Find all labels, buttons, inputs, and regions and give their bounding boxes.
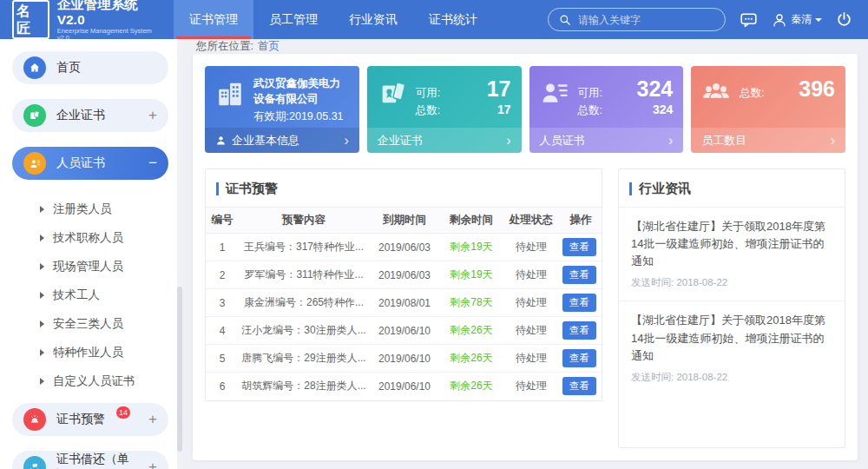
main-nav: 证书管理 员工管理 行业资讯 证书统计 <box>174 0 493 39</box>
messages-button[interactable] <box>740 11 758 29</box>
tab-industry-news[interactable]: 行业资讯 <box>333 0 413 39</box>
header-right: 秦清 <box>548 0 868 39</box>
arrow-right-icon <box>40 234 44 241</box>
view-button[interactable]: 查看 <box>562 266 596 284</box>
view-button[interactable]: 查看 <box>562 377 596 395</box>
sidebar-subitem-safety-three-personnel[interactable]: 安全三类人员 <box>0 309 182 338</box>
cell-due: 2019/06/10 <box>369 345 440 373</box>
industry-news-title: 行业资讯 <box>619 169 845 208</box>
sidebar-subitem-site-management-personnel[interactable]: 现场管理人员 <box>0 252 182 281</box>
cert-alerts-title: 证书预警 <box>206 169 602 207</box>
sidebar-subitem-skilled-workers[interactable]: 技术工人 <box>0 281 182 309</box>
col-status: 处理状态 <box>503 208 560 234</box>
table-row: 4 汪小龙编号：30注册类人... 2019/06/10 剩余26天 待处理 查… <box>206 317 602 345</box>
col-remaining: 剩余时间 <box>440 208 503 234</box>
sidebar-item-label: 首页 <box>56 60 81 76</box>
cell-remaining: 剩余19天 <box>440 234 503 261</box>
user-icon <box>772 12 787 28</box>
cell-id: 6 <box>206 373 239 400</box>
tab-certificate-management[interactable]: 证书管理 <box>174 0 253 39</box>
breadcrumb-home-link[interactable]: 首页 <box>258 39 279 54</box>
news-item-title: 【湖北省住建厅】关于领取2018年度第14批一级建造师初始、增项注册证书的通知 <box>631 312 832 364</box>
sidebar: 首页 企业证书 + 人员证书 − 注册类人员 技术职称人员 现场管理人员 <box>0 39 182 469</box>
cell-remaining: 剩余78天 <box>440 289 503 317</box>
sidebar-item-cert-alerts[interactable]: 证书预警14 + <box>12 403 168 436</box>
cell-remaining: 剩余26天 <box>440 345 503 373</box>
subitem-label: 特种作业人员 <box>53 345 123 360</box>
cell-remaining: 剩余26天 <box>440 373 503 400</box>
company-info-card[interactable]: 武汉贸鑫伽美电力设备有限公司 有效期:2019.05.31 企业基本信息 › <box>205 66 359 153</box>
news-item[interactable]: 【湖北省住建厅】关于领取2018年度第14批一级建造师初始、增项注册证书的通知 … <box>619 301 845 394</box>
col-content: 预警内容 <box>239 208 369 234</box>
view-button[interactable]: 查看 <box>562 238 596 256</box>
sidebar-item-enterprise-cert[interactable]: 企业证书 + <box>12 99 168 132</box>
expand-plus-icon[interactable]: + <box>148 107 157 124</box>
col-due: 到期时间 <box>369 208 440 234</box>
cell-due: 2019/06/03 <box>369 234 440 261</box>
breadcrumb-prefix: 您所在位置: <box>196 39 253 54</box>
sidebar-item-label: 证书预警 <box>56 412 105 427</box>
sidebar-subitem-special-operations-personnel[interactable]: 特种作业人员 <box>0 338 182 367</box>
cell-content: 胡筑辉编号：28注册类人... <box>239 373 369 400</box>
col-id: 编号 <box>206 208 239 234</box>
search-box[interactable] <box>548 8 726 31</box>
cell-id: 5 <box>206 345 239 373</box>
sidebar-item-cert-borrow-return[interactable]: 证书借还（单证） + <box>12 451 168 469</box>
sidebar-subitem-registered-personnel[interactable]: 注册类人员 <box>0 195 182 223</box>
total-label: 总数: <box>578 103 602 118</box>
news-item-title: 【湖北省住建厅】关于领取2018年度第14批一级建造师初始、增项注册证书的通知 <box>631 218 832 270</box>
brand: 名匠 企业管理系统V2.0 Eneerprise Management Syst… <box>0 0 174 39</box>
news-item[interactable]: 【湖北省住建厅】关于领取2018年度第14批一级建造师初始、增项注册证书的通知 … <box>619 208 845 301</box>
cell-id: 1 <box>206 234 239 261</box>
company-card-footer[interactable]: 企业基本信息 › <box>205 128 359 153</box>
cell-due: 2019/06/03 <box>369 261 440 289</box>
app-title: 企业管理系统V2.0 Eneerprise Management System … <box>57 0 161 43</box>
tab-label: 行业资讯 <box>349 12 398 28</box>
sidebar-item-personnel-cert[interactable]: 人员证书 − <box>12 147 168 180</box>
enterprise-cert-card[interactable]: 可用: 17 总数: 17 企业证书 › <box>367 66 522 153</box>
arrow-right-icon <box>40 206 44 213</box>
chevron-right-icon: › <box>831 134 835 148</box>
sidebar-subitem-technical-title-personnel[interactable]: 技术职称人员 <box>0 223 182 252</box>
section-title-text: 行业资讯 <box>639 181 691 197</box>
employee-count-card[interactable]: 总数: 396 员工数目 › <box>691 66 845 153</box>
collapse-minus-icon[interactable]: − <box>148 155 157 172</box>
view-button[interactable]: 查看 <box>562 349 596 367</box>
table-header-row: 编号 预警内容 到期时间 剩余时间 处理状态 操作 <box>206 208 602 234</box>
sidebar-item-home[interactable]: 首页 <box>12 51 168 84</box>
chevron-right-icon: › <box>344 134 348 148</box>
company-name: 武汉贸鑫伽美电力设备有限公司 <box>253 76 349 107</box>
cell-content: 康金洲编号：265特种作... <box>239 289 369 317</box>
arrow-right-icon <box>40 378 44 385</box>
page-layout: 首页 企业证书 + 人员证书 − 注册类人员 技术职称人员 现场管理人员 <box>0 39 868 469</box>
card-footer-label: 企业证书 <box>378 133 423 149</box>
cell-status: 待处理 <box>503 373 560 400</box>
search-input[interactable] <box>578 14 708 26</box>
tab-employee-management[interactable]: 员工管理 <box>253 0 333 39</box>
subitem-label: 注册类人员 <box>53 201 112 217</box>
building-icon <box>215 76 245 124</box>
expand-plus-icon[interactable]: + <box>148 411 157 428</box>
view-button[interactable]: 查看 <box>562 294 596 312</box>
cell-status: 待处理 <box>503 317 560 345</box>
personnel-cert-card[interactable]: 可用: 324 总数: 324 人员证书 › <box>529 66 684 153</box>
sidebar-subitem-custom-personnel-cert[interactable]: 自定义人员证书 <box>0 367 182 395</box>
user-name: 秦清 <box>791 12 812 27</box>
cell-status: 待处理 <box>503 234 560 261</box>
alarm-icon <box>23 408 46 431</box>
card-footer-label: 员工数目 <box>701 133 746 149</box>
expand-plus-icon[interactable]: + <box>148 459 157 469</box>
view-button[interactable]: 查看 <box>562 321 596 340</box>
person-list-icon <box>540 76 569 118</box>
user-menu[interactable]: 秦清 <box>772 12 822 28</box>
logout-button[interactable] <box>836 11 852 28</box>
company-validity: 有效期:2019.05.31 <box>253 109 349 124</box>
enterprise-cert-card-footer[interactable]: 企业证书 › <box>367 128 522 153</box>
tab-certificate-stats[interactable]: 证书统计 <box>413 0 493 39</box>
employee-card-footer[interactable]: 员工数目 › <box>691 128 845 153</box>
sidebar-scrollbar-thumb[interactable] <box>177 287 182 452</box>
personnel-cert-card-footer[interactable]: 人员证书 › <box>529 128 684 153</box>
cell-due: 2019/06/10 <box>369 373 440 400</box>
logo: 名匠 <box>12 0 49 38</box>
hand-card-icon <box>23 456 46 469</box>
